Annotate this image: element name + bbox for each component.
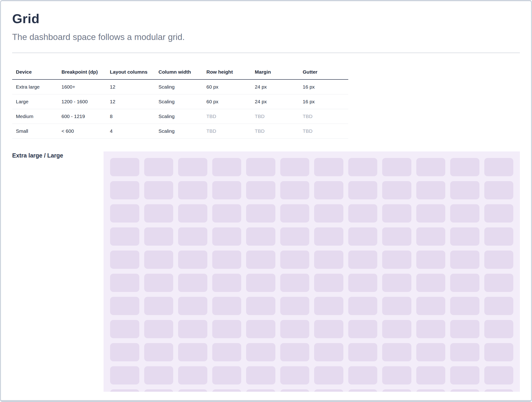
grid-tile [280, 366, 310, 384]
grid-tile [246, 320, 275, 338]
grid-tile [110, 297, 139, 315]
grid-tile [416, 366, 445, 384]
grid-tile [382, 227, 412, 246]
table-cell: 12 [110, 94, 158, 109]
table-cell: 60 px [206, 80, 255, 94]
grid-tile [178, 389, 207, 392]
table-cell: TBD [255, 109, 303, 124]
table-cell: TBD [303, 124, 348, 138]
grid-tile [246, 366, 275, 384]
grid-tile [450, 320, 479, 338]
grid-tile [212, 297, 241, 315]
grid-tile [144, 320, 173, 338]
grid-tile [348, 320, 378, 338]
grid-tile [178, 251, 207, 269]
grid-tile [416, 274, 445, 292]
grid-tile [450, 297, 479, 315]
grid-tile [450, 274, 479, 292]
grid-tile [212, 227, 241, 246]
grid-tile [484, 274, 513, 292]
grid-section: Extra large / Large [12, 151, 520, 392]
grid-tile [246, 297, 275, 315]
grid-tile [246, 251, 275, 269]
table-cell: 8 [110, 109, 158, 124]
header-divider [12, 53, 520, 53]
grid-tile [144, 343, 173, 361]
table-cell: Small [12, 124, 62, 138]
grid-tile [382, 320, 412, 338]
page-title: Grid [12, 12, 520, 26]
grid-tile [484, 158, 513, 176]
grid-tile [382, 158, 412, 176]
grid-tile [110, 227, 139, 246]
grid-tile [212, 366, 241, 384]
grid-tile [416, 343, 445, 361]
grid-tile [280, 181, 310, 199]
grid-tile [314, 181, 343, 199]
table-cell: Scaling [158, 124, 206, 138]
grid-tile [484, 343, 513, 361]
grid-tile [246, 274, 275, 292]
column-header: Layout columns [110, 66, 158, 80]
grid-tile [314, 274, 343, 292]
page-subtitle: The dashboard space follows a modular gr… [12, 31, 520, 43]
grid-tile [484, 320, 513, 338]
grid-tile [144, 158, 173, 176]
grid-tile [348, 297, 378, 315]
table-cell: Scaling [158, 80, 206, 94]
grid-tile [484, 227, 513, 246]
grid-tile [110, 181, 139, 199]
grid-tile [382, 251, 412, 269]
table-cell: TBD [206, 109, 255, 124]
grid-tile [314, 366, 343, 384]
table-cell: 60 px [206, 94, 255, 109]
grid-tile [484, 297, 513, 315]
table-cell: Extra large [12, 80, 62, 94]
grid-tile [144, 389, 173, 392]
grid-tile [450, 181, 479, 199]
grid-tile [450, 204, 479, 222]
grid-tile [178, 366, 207, 384]
grid-tile [382, 274, 412, 292]
table-cell: 16 px [303, 94, 348, 109]
grid-tile [280, 274, 310, 292]
grid-tile [178, 343, 207, 361]
grid-tile [314, 320, 343, 338]
grid-tile [144, 366, 173, 384]
grid-tile [450, 389, 479, 392]
grid-tile [212, 181, 241, 199]
grid-tile [314, 389, 343, 392]
grid-tile [144, 204, 173, 222]
grid-tile [416, 204, 445, 222]
page-content: Grid The dashboard space follows a modul… [12, 1, 520, 392]
grid-tile [212, 204, 241, 222]
grid-tile [416, 389, 445, 392]
grid-tile [450, 227, 479, 246]
table-cell: TBD [255, 124, 303, 138]
grid-tile [110, 343, 139, 361]
grid-tile [144, 274, 173, 292]
grid-tile [348, 181, 378, 199]
grid-tile [178, 297, 207, 315]
grid-tile [416, 227, 445, 246]
grid-tile [450, 366, 479, 384]
grid-tile [280, 204, 310, 222]
grid-tile [314, 343, 343, 361]
table-header-row: DeviceBreakpoint (dp)Layout columnsColum… [12, 66, 348, 80]
grid-tile [348, 251, 378, 269]
grid-tile [348, 274, 378, 292]
grid-tile [382, 204, 412, 222]
grid-tile [484, 204, 513, 222]
table-cell: 24 px [255, 80, 303, 94]
grid-tile [382, 366, 412, 384]
grid-tile [416, 158, 445, 176]
grid-tile [280, 343, 310, 361]
column-header: Column width [158, 66, 206, 80]
grid-tile [382, 343, 412, 361]
grid-tile [212, 320, 241, 338]
grid-tile [314, 227, 343, 246]
grid-tile [246, 181, 275, 199]
grid-tile [178, 320, 207, 338]
grid-tile [246, 158, 275, 176]
grid-tile [246, 227, 275, 246]
